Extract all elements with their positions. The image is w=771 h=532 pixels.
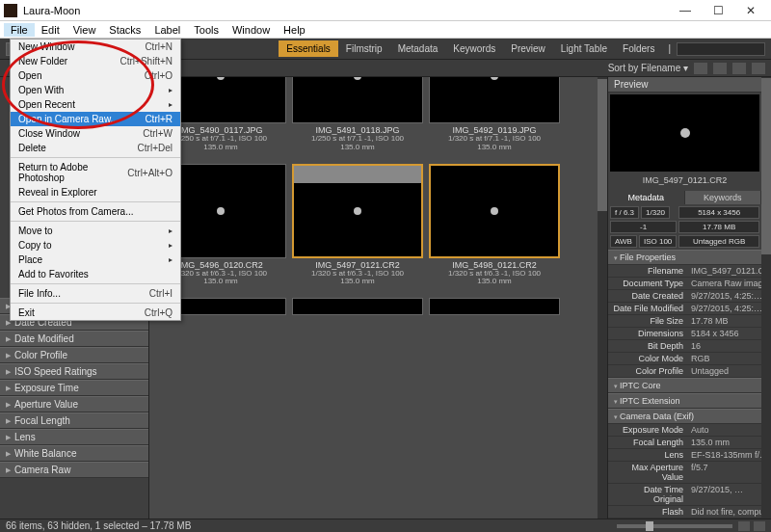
filter-iso[interactable]: ISO Speed Ratings [0,363,148,380]
window-title: Laura-Moon [23,5,669,16]
menu-edit[interactable]: Edit [35,23,66,37]
badge-fstop: f / 6.3 [610,206,639,219]
view-browse-icon[interactable] [713,63,727,74]
filter-lens[interactable]: Lens [0,429,148,445]
inspector-panel: Preview IMG_5497_0121.CR2 Metadata Keywo… [607,77,761,519]
preview-filename: IMG_5497_0121.CR2 [608,173,761,191]
tab-metadata-panel[interactable]: Metadata [608,191,685,204]
tab-keywords[interactable]: Keywords [445,40,503,57]
tab-folders[interactable]: Folders [615,40,662,57]
thumb-meta2: 135.0 mm [340,144,375,152]
thumbnail-grid: IMG_5490_0117.JPG 1/250 s at f/7.1 -1, I… [149,77,598,519]
moon-icon [354,207,361,215]
tab-light-table[interactable]: Light Table [553,40,615,57]
close-button[interactable]: ✕ [734,1,767,20]
menu-view[interactable]: View [66,23,103,37]
badge-size: 17.78 MB [678,221,759,233]
menu-item[interactable]: Close WindowCtrl+W [11,126,180,141]
filter-date-modified[interactable]: Date Modified [0,331,148,347]
sort-asc-icon[interactable] [694,63,707,74]
inspector-scrollbar[interactable] [761,77,771,519]
content-panel: IMG_5490_0117.JPG 1/250 s at f/7.1 -1, I… [149,77,598,519]
grid-view-icon[interactable] [738,521,750,531]
thumbnail[interactable]: IMG_5491_0118.JPG 1/250 s at f/7.1 -1, I… [292,77,423,152]
badge-dims: 5184 x 3456 [678,206,759,219]
filter-color-profile[interactable]: Color Profile [0,347,148,363]
app-icon [4,4,17,17]
status-text: 66 items, 63 hidden, 1 selected – 17.78 … [6,520,191,531]
file-menu-dropdown: New WindowCtrl+NNew FolderCtrl+Shift+NOp… [10,39,181,321]
filter-star-icon[interactable] [752,63,765,74]
moon-icon [354,77,361,80]
tab-essentials[interactable]: Essentials [279,40,338,57]
menu-item[interactable]: Copy to [11,238,180,253]
view-options-icon[interactable] [732,63,746,74]
menu-item[interactable]: OpenCtrl+O [11,68,180,83]
thumb-meta2: 135.0 mm [340,278,375,286]
thumbnail-size-slider[interactable] [617,524,732,528]
moon-icon [491,207,498,215]
filter-exposure-time[interactable]: Exposure Time [0,380,148,396]
maximize-button[interactable]: ☐ [702,1,734,20]
content-scrollbar[interactable] [598,77,607,519]
tab-preview[interactable]: Preview [503,40,553,57]
thumbnail-selected[interactable]: IMG_5497_0121.CR2 1/320 s at f/6.3 -1, I… [292,164,423,287]
menu-item[interactable]: New WindowCtrl+N [11,40,180,54]
menu-item[interactable]: New FolderCtrl+Shift+N [11,54,180,68]
minimize-button[interactable]: — [669,1,702,20]
badge-tag: Untagged RGB [678,235,759,248]
menu-item[interactable]: Return to Adobe PhotoshopCtrl+Alt+O [11,160,180,185]
badge-awb: AWB [610,235,637,248]
tab-metadata[interactable]: Metadata [390,40,446,57]
preview-image[interactable] [610,94,759,172]
iptc-ext-header[interactable]: IPTC Extension [608,393,761,409]
menu-item[interactable]: Reveal in Explorer [11,185,180,200]
camera-data-header[interactable]: Camera Data (Exif) [608,409,761,424]
menu-item[interactable]: Get Photos from Camera... [11,204,180,219]
menu-item[interactable]: Open Recent [11,97,180,112]
badge-shutter: 1/320 [641,206,670,219]
menu-item[interactable]: Move to [11,224,180,238]
menu-file[interactable]: File [4,23,35,37]
moon-icon [217,207,225,215]
thumb-meta2: 135.0 mm [477,144,512,152]
sort-dropdown[interactable]: Sort by Filename ▾ [608,63,688,73]
filter-focal-length[interactable]: Focal Length [0,412,148,429]
filter-camera-raw[interactable]: Camera Raw [0,462,148,478]
thumb-meta2: 135.0 mm [477,278,512,286]
workspace-tabs: Essentials Filmstrip Metadata Keywords P… [279,40,662,57]
menu-item[interactable]: Add to Favorites [11,267,180,281]
menu-item[interactable]: Open in Camera Raw...Ctrl+R [11,112,180,126]
iptc-core-header[interactable]: IPTC Core [608,378,761,393]
statusbar: 66 items, 63 hidden, 1 selected – 17.78 … [0,519,771,532]
file-props-list: FilenameIMG_5497_0121.CR2 Document TypeC… [608,265,761,378]
menu-item[interactable]: DeleteCtrl+Del [11,141,180,155]
menu-item[interactable]: Open With [11,83,180,97]
window-buttons: — ☐ ✕ [669,1,767,20]
moon-icon [680,128,690,138]
thumbnail[interactable] [292,298,423,317]
file-props-header[interactable]: File Properties [608,250,761,265]
list-view-icon[interactable] [754,521,765,531]
thumbnail[interactable]: IMG_5492_0119.JPG 1/320 s at f/7.1 -1, I… [429,77,560,152]
badge-ev: -1 [610,221,677,233]
menu-tools[interactable]: Tools [187,23,226,37]
thumb-meta2: 135.0 mm [203,144,238,152]
menu-stacks[interactable]: Stacks [102,23,147,37]
tab-keywords-panel[interactable]: Keywords [685,191,762,204]
moon-icon [491,77,498,80]
filter-aperture[interactable]: Aperture Value [0,396,148,412]
search-input[interactable] [677,42,765,56]
thumb-meta2: 135.0 mm [203,278,238,286]
menu-item[interactable]: File Info...Ctrl+I [11,286,180,301]
titlebar: Laura-Moon — ☐ ✕ [0,0,771,21]
filter-white-balance[interactable]: White Balance [0,445,148,462]
menu-item[interactable]: Place [11,253,180,267]
tab-filmstrip[interactable]: Filmstrip [338,40,390,57]
menu-label[interactable]: Label [147,23,187,37]
menu-window[interactable]: Window [226,23,277,37]
thumbnail-selected[interactable]: IMG_5498_0121.CR2 1/320 s at f/6.3 -1, I… [429,164,560,287]
menu-help[interactable]: Help [277,23,312,37]
menu-item[interactable]: ExitCtrl+Q [11,306,180,320]
thumbnail[interactable] [429,298,560,317]
